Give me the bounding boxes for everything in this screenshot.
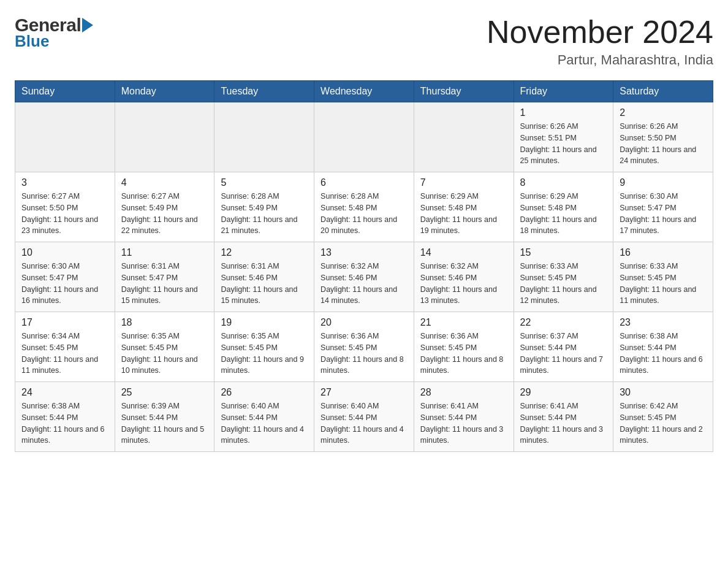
day-number: 24 <box>21 387 108 398</box>
calendar-day-cell: 14Sunrise: 6:32 AMSunset: 5:46 PMDayligh… <box>414 242 514 312</box>
calendar-day-cell <box>15 102 115 172</box>
day-number: 30 <box>620 387 707 398</box>
day-number: 18 <box>121 317 208 328</box>
page-header: General Blue November 2024 Partur, Mahar… <box>15 15 713 68</box>
calendar-day-cell: 20Sunrise: 6:36 AMSunset: 5:45 PMDayligh… <box>314 312 414 382</box>
day-info: Sunrise: 6:37 AMSunset: 5:44 PMDaylight:… <box>520 331 607 377</box>
day-info: Sunrise: 6:31 AMSunset: 5:46 PMDaylight:… <box>221 261 308 307</box>
day-number: 29 <box>520 387 607 398</box>
header-monday: Monday <box>115 81 214 102</box>
day-number: 20 <box>320 317 408 328</box>
day-info: Sunrise: 6:34 AMSunset: 5:45 PMDaylight:… <box>21 331 108 377</box>
calendar-day-cell: 28Sunrise: 6:41 AMSunset: 5:44 PMDayligh… <box>414 382 514 452</box>
calendar-day-cell: 16Sunrise: 6:33 AMSunset: 5:45 PMDayligh… <box>613 242 713 312</box>
day-number: 15 <box>520 247 607 258</box>
day-info: Sunrise: 6:28 AMSunset: 5:48 PMDaylight:… <box>320 191 408 237</box>
calendar-day-cell: 6Sunrise: 6:28 AMSunset: 5:48 PMDaylight… <box>314 172 414 242</box>
calendar-week-row: 17Sunrise: 6:34 AMSunset: 5:45 PMDayligh… <box>15 312 713 382</box>
calendar-day-cell: 25Sunrise: 6:39 AMSunset: 5:44 PMDayligh… <box>115 382 214 452</box>
header-friday: Friday <box>514 81 613 102</box>
day-number: 27 <box>320 387 408 398</box>
day-info: Sunrise: 6:27 AMSunset: 5:49 PMDaylight:… <box>121 191 208 237</box>
day-info: Sunrise: 6:26 AMSunset: 5:51 PMDaylight:… <box>520 121 607 167</box>
calendar-day-cell: 21Sunrise: 6:36 AMSunset: 5:45 PMDayligh… <box>414 312 514 382</box>
calendar-day-cell: 5Sunrise: 6:28 AMSunset: 5:49 PMDaylight… <box>214 172 314 242</box>
day-number: 1 <box>520 107 607 118</box>
calendar-week-row: 10Sunrise: 6:30 AMSunset: 5:47 PMDayligh… <box>15 242 713 312</box>
day-info: Sunrise: 6:35 AMSunset: 5:45 PMDaylight:… <box>121 331 208 377</box>
day-number: 12 <box>221 247 308 258</box>
day-number: 23 <box>620 317 707 328</box>
day-number: 16 <box>620 247 707 258</box>
day-info: Sunrise: 6:38 AMSunset: 5:44 PMDaylight:… <box>620 331 707 377</box>
calendar-day-cell <box>214 102 314 172</box>
header-tuesday: Tuesday <box>214 81 314 102</box>
calendar-day-cell: 26Sunrise: 6:40 AMSunset: 5:44 PMDayligh… <box>214 382 314 452</box>
calendar-table: Sunday Monday Tuesday Wednesday Thursday… <box>15 80 713 452</box>
calendar-day-cell: 8Sunrise: 6:29 AMSunset: 5:48 PMDaylight… <box>514 172 613 242</box>
day-number: 7 <box>420 177 507 188</box>
day-info: Sunrise: 6:28 AMSunset: 5:49 PMDaylight:… <box>221 191 308 237</box>
logo-blue: Blue <box>15 32 93 51</box>
day-info: Sunrise: 6:26 AMSunset: 5:50 PMDaylight:… <box>620 121 707 167</box>
header-thursday: Thursday <box>414 81 514 102</box>
calendar-day-cell: 13Sunrise: 6:32 AMSunset: 5:46 PMDayligh… <box>314 242 414 312</box>
calendar-day-cell: 30Sunrise: 6:42 AMSunset: 5:45 PMDayligh… <box>613 382 713 452</box>
calendar-day-cell <box>115 102 214 172</box>
location-subtitle: Partur, Maharashtra, India <box>487 52 713 68</box>
day-number: 4 <box>121 177 208 188</box>
day-number: 10 <box>21 247 108 258</box>
calendar-day-cell: 22Sunrise: 6:37 AMSunset: 5:44 PMDayligh… <box>514 312 613 382</box>
day-info: Sunrise: 6:41 AMSunset: 5:44 PMDaylight:… <box>420 400 507 446</box>
day-info: Sunrise: 6:38 AMSunset: 5:44 PMDaylight:… <box>21 400 108 446</box>
logo-arrow-icon <box>82 18 93 33</box>
day-info: Sunrise: 6:42 AMSunset: 5:45 PMDaylight:… <box>620 400 707 446</box>
calendar-day-cell: 23Sunrise: 6:38 AMSunset: 5:44 PMDayligh… <box>613 312 713 382</box>
day-info: Sunrise: 6:40 AMSunset: 5:44 PMDaylight:… <box>320 400 408 446</box>
calendar-day-cell: 9Sunrise: 6:30 AMSunset: 5:47 PMDaylight… <box>613 172 713 242</box>
day-info: Sunrise: 6:40 AMSunset: 5:44 PMDaylight:… <box>221 400 308 446</box>
day-number: 11 <box>121 247 208 258</box>
day-number: 13 <box>320 247 408 258</box>
calendar-day-cell: 2Sunrise: 6:26 AMSunset: 5:50 PMDaylight… <box>613 102 713 172</box>
day-info: Sunrise: 6:35 AMSunset: 5:45 PMDaylight:… <box>221 331 308 377</box>
day-number: 25 <box>121 387 208 398</box>
day-info: Sunrise: 6:41 AMSunset: 5:44 PMDaylight:… <box>520 400 607 446</box>
calendar-week-row: 3Sunrise: 6:27 AMSunset: 5:50 PMDaylight… <box>15 172 713 242</box>
day-number: 3 <box>21 177 108 188</box>
day-info: Sunrise: 6:27 AMSunset: 5:50 PMDaylight:… <box>21 191 108 237</box>
title-area: November 2024 Partur, Maharashtra, India <box>487 15 713 68</box>
day-number: 19 <box>221 317 308 328</box>
header-sunday: Sunday <box>15 81 115 102</box>
day-info: Sunrise: 6:32 AMSunset: 5:46 PMDaylight:… <box>320 261 408 307</box>
calendar-week-row: 1Sunrise: 6:26 AMSunset: 5:51 PMDaylight… <box>15 102 713 172</box>
day-info: Sunrise: 6:32 AMSunset: 5:46 PMDaylight:… <box>420 261 507 307</box>
calendar-day-cell: 7Sunrise: 6:29 AMSunset: 5:48 PMDaylight… <box>414 172 514 242</box>
day-number: 21 <box>420 317 507 328</box>
calendar-day-cell: 3Sunrise: 6:27 AMSunset: 5:50 PMDaylight… <box>15 172 115 242</box>
day-number: 5 <box>221 177 308 188</box>
header-wednesday: Wednesday <box>314 81 414 102</box>
logo: General Blue <box>15 15 93 51</box>
calendar-day-cell: 17Sunrise: 6:34 AMSunset: 5:45 PMDayligh… <box>15 312 115 382</box>
calendar-day-cell: 4Sunrise: 6:27 AMSunset: 5:49 PMDaylight… <box>115 172 214 242</box>
day-number: 26 <box>221 387 308 398</box>
day-number: 8 <box>520 177 607 188</box>
calendar-day-cell: 10Sunrise: 6:30 AMSunset: 5:47 PMDayligh… <box>15 242 115 312</box>
calendar-day-cell <box>414 102 514 172</box>
calendar-day-cell: 18Sunrise: 6:35 AMSunset: 5:45 PMDayligh… <box>115 312 214 382</box>
header-saturday: Saturday <box>613 81 713 102</box>
calendar-week-row: 24Sunrise: 6:38 AMSunset: 5:44 PMDayligh… <box>15 382 713 452</box>
calendar-day-cell: 19Sunrise: 6:35 AMSunset: 5:45 PMDayligh… <box>214 312 314 382</box>
calendar-day-cell: 12Sunrise: 6:31 AMSunset: 5:46 PMDayligh… <box>214 242 314 312</box>
day-info: Sunrise: 6:30 AMSunset: 5:47 PMDaylight:… <box>21 261 108 307</box>
calendar-day-cell: 1Sunrise: 6:26 AMSunset: 5:51 PMDaylight… <box>514 102 613 172</box>
day-number: 6 <box>320 177 408 188</box>
day-number: 22 <box>520 317 607 328</box>
day-info: Sunrise: 6:36 AMSunset: 5:45 PMDaylight:… <box>320 331 408 377</box>
day-info: Sunrise: 6:33 AMSunset: 5:45 PMDaylight:… <box>520 261 607 307</box>
day-info: Sunrise: 6:29 AMSunset: 5:48 PMDaylight:… <box>520 191 607 237</box>
day-number: 28 <box>420 387 507 398</box>
calendar-day-cell: 11Sunrise: 6:31 AMSunset: 5:47 PMDayligh… <box>115 242 214 312</box>
calendar-day-cell <box>314 102 414 172</box>
